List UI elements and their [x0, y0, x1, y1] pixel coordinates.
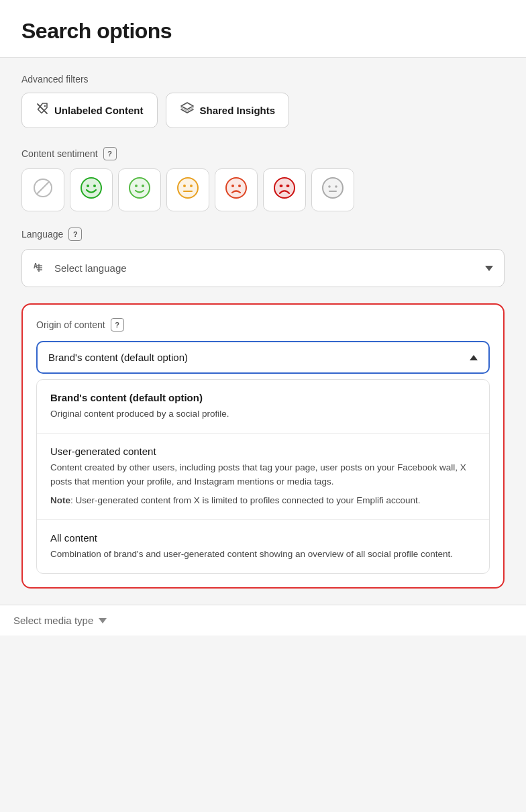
sentiment-none-button[interactable]: [21, 168, 64, 211]
origin-chevron-up-icon: [470, 355, 478, 360]
origin-selected-value: Brand's content (default option): [48, 352, 188, 363]
language-section: Language ? A: [21, 227, 505, 287]
neutral-icon: [176, 176, 199, 204]
option-brands-content-desc: Original content produced by a social pr…: [50, 407, 476, 421]
sentiment-negative-button[interactable]: [215, 168, 258, 211]
unknown-sentiment-icon: [321, 176, 344, 204]
note-text: : User-generated content from X is limit…: [70, 495, 421, 505]
unlabeled-content-button[interactable]: Unlabeled Content: [21, 93, 158, 128]
svg-line-2: [37, 182, 49, 194]
note-bold-label: Note: [50, 495, 70, 505]
svg-point-13: [183, 185, 186, 187]
origin-label-row: Origin of content ?: [36, 318, 490, 332]
svg-point-6: [93, 185, 96, 187]
option-brands-content-title: Brand's content (default option): [50, 392, 476, 403]
sentiment-icons-row: [21, 168, 505, 211]
negative-icon: [225, 176, 248, 204]
tag-slash-icon: [36, 102, 49, 119]
svg-point-19: [238, 185, 241, 187]
option-user-generated-note: Note: User-generated content from X is l…: [50, 494, 476, 507]
content-area: Advanced filters Unlabeled Content: [0, 58, 526, 605]
media-type-chevron-icon: [99, 618, 107, 623]
option-user-generated-title: User-generated content: [50, 446, 476, 457]
language-label-row: Language ?: [21, 227, 505, 241]
origin-option-user-generated[interactable]: User-generated content Content created b…: [37, 433, 489, 519]
sentiment-section: Content sentiment ?: [21, 147, 505, 211]
sentiment-label-row: Content sentiment ?: [21, 147, 505, 160]
page-container: Search options Advanced filters Unlabele…: [0, 0, 526, 636]
sentiment-very-positive-button[interactable]: [70, 168, 113, 211]
sentiment-unknown-button[interactable]: [311, 168, 354, 211]
svg-point-14: [190, 185, 193, 187]
language-label: Language: [21, 229, 63, 240]
option-all-content-title: All content: [50, 532, 476, 544]
positive-icon: [128, 176, 151, 204]
svg-point-9: [135, 185, 138, 187]
shared-insights-label: Shared Insights: [200, 105, 276, 116]
shared-insights-button[interactable]: Shared Insights: [166, 93, 290, 128]
svg-point-23: [286, 185, 290, 187]
origin-option-brands-content[interactable]: Brand's content (default option) Origina…: [37, 380, 489, 433]
option-all-content-desc: Combination of brand's and user-generate…: [50, 548, 476, 561]
svg-point-5: [87, 185, 89, 187]
no-sentiment-icon: [33, 178, 53, 202]
sentiment-neutral-button[interactable]: [166, 168, 209, 211]
media-type-dropdown[interactable]: Select media type: [13, 615, 107, 626]
sentiment-positive-button[interactable]: [118, 168, 161, 211]
origin-section: Origin of content ? Brand's content (def…: [21, 303, 505, 589]
language-help-icon[interactable]: ?: [68, 227, 82, 241]
origin-dropdown-trigger[interactable]: Brand's content (default option): [36, 341, 490, 374]
language-dropdown-inner: A Select language: [33, 259, 127, 277]
origin-option-all-content[interactable]: All content Combination of brand's and u…: [37, 519, 489, 573]
header-section: Search options: [0, 0, 526, 58]
language-dropdown[interactable]: A Select language: [21, 249, 505, 287]
layers-icon: [180, 101, 195, 119]
unlabeled-content-label: Unlabeled Content: [54, 105, 144, 116]
svg-point-0: [44, 105, 46, 107]
svg-point-26: [328, 185, 331, 188]
svg-point-10: [142, 185, 144, 187]
advanced-filters-label: Advanced filters: [21, 74, 505, 85]
svg-point-18: [231, 185, 234, 187]
filter-buttons-row: Unlabeled Content Shared Insights: [21, 93, 505, 128]
option-user-generated-desc: Content created by other users, includin…: [50, 461, 476, 489]
sentiment-label: Content sentiment: [21, 148, 98, 159]
very-positive-icon: [80, 176, 103, 204]
language-chevron-icon: [485, 266, 493, 271]
bottom-bar: Select media type: [0, 605, 526, 636]
svg-point-22: [280, 185, 283, 187]
page-title: Search options: [21, 19, 505, 44]
origin-help-icon[interactable]: ?: [111, 318, 124, 332]
media-type-label: Select media type: [13, 615, 93, 626]
origin-label: Origin of content: [36, 319, 105, 330]
svg-point-27: [335, 185, 337, 188]
language-placeholder: Select language: [54, 262, 127, 274]
very-negative-icon: [273, 176, 296, 204]
origin-dropdown-panel: Brand's content (default option) Origina…: [36, 379, 490, 574]
sentiment-very-negative-button[interactable]: [263, 168, 306, 211]
language-icon: A: [33, 259, 48, 277]
sentiment-help-icon[interactable]: ?: [103, 147, 117, 160]
